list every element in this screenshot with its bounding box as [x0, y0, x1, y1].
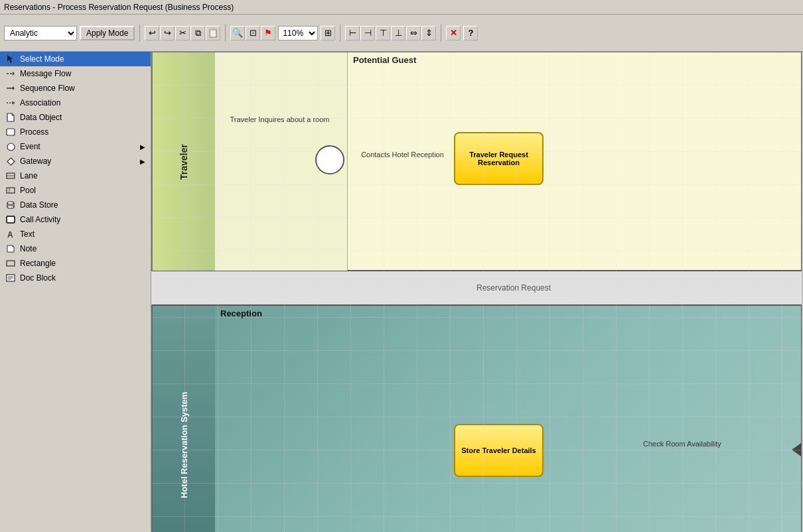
toolbar-sep-2	[225, 25, 226, 42]
sidebar-item-data-store[interactable]: Data Store	[0, 198, 151, 212]
pool-icon	[5, 185, 16, 196]
gateway-arrow: ▶	[140, 158, 145, 165]
sidebar-item-label: Doc Block	[20, 273, 145, 283]
svg-rect-17	[7, 216, 15, 223]
pool-traveler-label: Traveler	[152, 52, 215, 271]
doc-block-icon	[5, 273, 16, 283]
undo-icon[interactable]: ↩	[145, 26, 159, 40]
canvas-area[interactable]: Traveler Potential Guest Traveler Inquir…	[151, 52, 803, 532]
svg-point-7	[7, 143, 15, 151]
pool-hotel-label: Hotel Reservation System	[152, 306, 215, 532]
sidebar-item-label: Select Mode	[20, 54, 145, 64]
data-object-icon	[5, 112, 16, 123]
sidebar-item-label: Association	[20, 98, 145, 107]
sidebar-item-text[interactable]: A Text	[0, 227, 151, 241]
sidebar-item-label: Event	[20, 142, 136, 151]
mode-dropdown[interactable]: Analytic Standard Custom	[4, 26, 77, 40]
top-toolbar: Analytic Standard Custom Apply Mode ↩ ↪ …	[0, 15, 803, 52]
svg-marker-5	[13, 101, 15, 104]
distribute-v-icon[interactable]: ⇕	[421, 26, 436, 40]
toolbar-sep-4	[441, 25, 441, 42]
align-bottom-icon[interactable]: ⊥	[391, 26, 405, 40]
cut-icon[interactable]: ✂	[175, 26, 190, 40]
separator-row: Reservation Request	[151, 271, 802, 305]
svg-marker-1	[13, 72, 15, 76]
event-arrow: ▶	[140, 143, 145, 151]
sidebar-item-rectangle[interactable]: Rectangle	[0, 256, 151, 271]
zoom-dropdown[interactable]: 110% 100% 75% 50% 125% 150% 200%	[278, 26, 318, 40]
sidebar-item-label: Sequence Flow	[20, 84, 145, 93]
sidebar-item-pool[interactable]: Pool	[0, 183, 151, 198]
lane-icon	[5, 170, 16, 181]
start-event[interactable]	[315, 145, 344, 174]
message-flow-icon	[5, 68, 16, 79]
pool-hotel: Hotel Reservation System Reception Store…	[151, 305, 802, 532]
align-right-icon[interactable]: ⊣	[360, 26, 375, 40]
sequence-flow-icon	[5, 83, 16, 94]
sidebar-item-process[interactable]: Process	[0, 125, 151, 139]
sidebar-item-label: Data Store	[20, 200, 145, 210]
sidebar-item-label: Data Object	[20, 113, 145, 122]
sidebar-item-association[interactable]: Association	[0, 96, 151, 110]
svg-text:A: A	[7, 230, 13, 239]
svg-marker-3	[13, 86, 15, 90]
data-store-icon	[5, 200, 16, 210]
svg-rect-6	[7, 129, 15, 135]
sidebar-item-label: Pool	[20, 186, 145, 195]
sidebar-item-label: Text	[20, 230, 145, 239]
sidebar-item-event[interactable]: Event ▶	[0, 139, 151, 154]
label-check-room: Check Room Availability	[643, 440, 721, 448]
align-top-icon[interactable]: ⊤	[376, 26, 390, 40]
distribute-h-icon[interactable]: ⇔	[406, 26, 421, 40]
zoom-custom-icon[interactable]: ⊞	[321, 26, 335, 40]
sidebar-item-doc-block[interactable]: Doc Block	[0, 271, 151, 285]
svg-rect-19	[7, 261, 15, 266]
copy-icon[interactable]: ⧉	[190, 26, 205, 40]
pool-traveler: Traveler Potential Guest Traveler Inquir…	[151, 52, 802, 271]
toolbar-group-1: ↩ ↪ ✂ ⧉ 📋	[145, 26, 220, 40]
svg-rect-11	[7, 188, 15, 193]
event-icon	[5, 141, 16, 152]
sidebar-item-label: Process	[20, 127, 145, 137]
toolbar-sep-1	[139, 25, 140, 42]
task-traveler-request[interactable]: Traveler Request Reservation	[454, 132, 544, 185]
task-store-traveler[interactable]: Store Traveler Details	[454, 424, 544, 477]
zoom-flag-icon[interactable]: ⚑	[261, 26, 275, 40]
sidebar-item-data-object[interactable]: Data Object	[0, 110, 151, 125]
note-icon	[5, 243, 16, 254]
toolbar-group-3: ⊢ ⊣ ⊤ ⊥ ⇔ ⇕	[345, 26, 436, 40]
label-contacts: Contacts Hotel Reception	[358, 151, 447, 159]
lane-reception: Reception	[215, 306, 801, 532]
sidebar-item-note[interactable]: Note	[0, 241, 151, 256]
arrow-double-head	[792, 443, 801, 456]
sidebar-item-select-mode[interactable]: Select Mode	[0, 52, 151, 66]
zoom-fit-icon[interactable]: ⊡	[246, 26, 260, 40]
svg-marker-8	[7, 158, 15, 165]
align-left-icon[interactable]: ⊢	[345, 26, 360, 40]
delete-icon[interactable]: ✕	[446, 26, 461, 40]
zoom-in-icon[interactable]: 🔍	[230, 26, 245, 40]
sidebar-item-label: Note	[20, 244, 145, 253]
paste-icon[interactable]: 📋	[206, 26, 220, 40]
apply-mode-button[interactable]: Apply Mode	[80, 26, 135, 40]
toolbar-sep-3	[340, 25, 340, 42]
sidebar-item-message-flow[interactable]: Message Flow	[0, 66, 151, 81]
label-inquires: Traveler Inquires about a room	[222, 115, 338, 123]
lane-potential-guest-label: Potential Guest	[348, 52, 801, 68]
toolbar-group-2: 🔍 ⊡ ⚑	[230, 26, 275, 40]
sidebar-item-sequence-flow[interactable]: Sequence Flow	[0, 81, 151, 96]
sidebar-item-label: Lane	[20, 171, 145, 180]
title-text: Reservations - Process Reservation Reque…	[4, 3, 234, 12]
canvas[interactable]: Traveler Potential Guest Traveler Inquir…	[151, 52, 802, 532]
redo-icon[interactable]: ↪	[160, 26, 175, 40]
cursor-icon	[5, 54, 16, 64]
help-icon[interactable]: ?	[463, 26, 478, 40]
sidebar: Select Mode Message Flow Sequence Flow A…	[0, 52, 151, 532]
svg-point-16	[7, 206, 14, 208]
main-layout: Select Mode Message Flow Sequence Flow A…	[0, 52, 803, 532]
rectangle-icon	[5, 258, 16, 269]
sidebar-item-gateway[interactable]: Gateway ▶	[0, 154, 151, 168]
sidebar-item-lane[interactable]: Lane	[0, 168, 151, 183]
lane-reception-label: Reception	[215, 306, 801, 321]
sidebar-item-call-activity[interactable]: Call Activity	[0, 212, 151, 227]
